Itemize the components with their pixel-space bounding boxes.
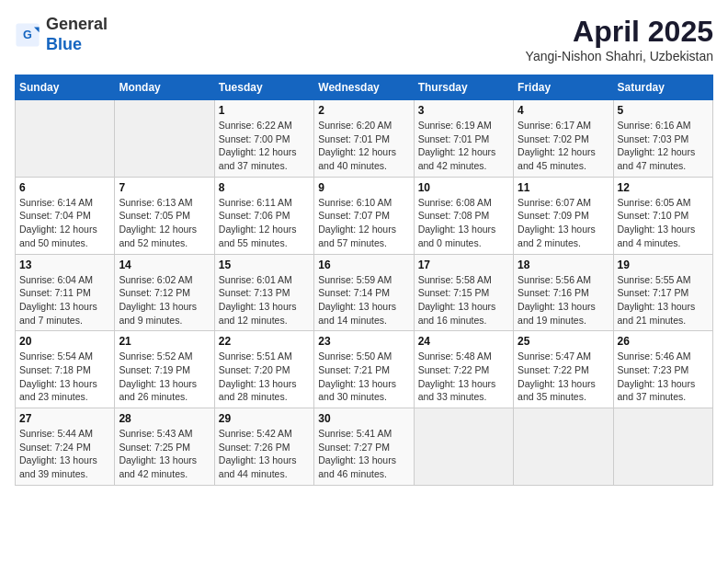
calendar-cell: 22Sunrise: 5:51 AMSunset: 7:20 PMDayligh… [214,331,313,408]
calendar-week-row: 20Sunrise: 5:54 AMSunset: 7:18 PMDayligh… [16,331,713,408]
day-number: 27 [19,412,110,425]
day-info: Daylight: 12 hours and 40 minutes. [318,145,409,172]
location-text: Yangi-Nishon Shahri, Uzbekistan [526,49,713,63]
day-info: Sunrise: 5:43 AM [119,427,210,441]
day-info: Daylight: 12 hours and 50 minutes. [19,223,110,249]
day-info: Sunrise: 6:08 AM [418,196,509,210]
calendar-week-row: 6Sunrise: 6:14 AMSunset: 7:04 PMDaylight… [16,177,713,254]
day-number: 28 [119,412,210,425]
day-info: Sunset: 7:16 PM [518,286,609,300]
day-info: Sunset: 7:18 PM [19,363,110,377]
day-info: Sunrise: 5:52 AM [119,350,210,363]
logo-blue-text: Blue [46,35,82,53]
day-info: Sunset: 7:27 PM [318,441,409,454]
day-info: Sunrise: 5:41 AM [318,427,409,441]
day-info: Sunrise: 5:51 AM [219,350,310,363]
day-number: 22 [219,335,310,348]
day-number: 21 [119,335,210,348]
day-info: Daylight: 13 hours and 21 minutes. [618,300,709,327]
day-info: Sunset: 7:01 PM [418,132,509,146]
logo: G General Blue [15,15,108,54]
day-info: Daylight: 13 hours and 39 minutes. [19,454,110,480]
weekday-header: Friday [514,75,613,100]
calendar-cell: 10Sunrise: 6:08 AMSunset: 7:08 PMDayligh… [414,177,513,254]
day-info: Sunrise: 5:50 AM [318,350,409,363]
day-info: Sunset: 7:03 PM [618,132,709,146]
calendar-cell [613,408,712,486]
day-info: Sunrise: 6:01 AM [219,273,310,287]
day-info: Sunset: 7:02 PM [518,132,609,146]
calendar-cell: 19Sunrise: 5:55 AMSunset: 7:17 PMDayligh… [613,254,712,331]
day-number: 26 [618,335,709,348]
day-number: 4 [518,104,609,117]
day-number: 23 [318,335,409,348]
day-info: Sunset: 7:26 PM [219,441,310,454]
day-info: Daylight: 13 hours and 9 minutes. [119,300,210,327]
day-info: Daylight: 12 hours and 57 minutes. [318,223,409,249]
calendar-cell: 20Sunrise: 5:54 AMSunset: 7:18 PMDayligh… [16,331,115,408]
calendar-week-row: 1Sunrise: 6:22 AMSunset: 7:00 PMDaylight… [16,100,713,178]
logo-icon: G [15,22,40,48]
day-number: 15 [219,259,310,271]
day-number: 3 [418,104,509,117]
weekday-header-row: SundayMondayTuesdayWednesdayThursdayFrid… [16,75,713,100]
day-number: 8 [219,181,310,194]
day-info: Sunset: 7:22 PM [418,363,509,377]
day-info: Sunrise: 6:05 AM [618,196,709,210]
day-number: 13 [19,259,110,271]
day-info: Daylight: 13 hours and 46 minutes. [318,454,409,480]
day-info: Daylight: 13 hours and 35 minutes. [518,377,609,404]
calendar-week-row: 13Sunrise: 6:04 AMSunset: 7:11 PMDayligh… [16,254,713,331]
calendar-cell: 21Sunrise: 5:52 AMSunset: 7:19 PMDayligh… [115,331,214,408]
day-number: 14 [119,259,210,271]
day-info: Sunrise: 6:14 AM [19,196,110,210]
page-header: G General Blue April 2025 Yangi-Nishon S… [15,15,713,63]
calendar-cell: 7Sunrise: 6:13 AMSunset: 7:05 PMDaylight… [115,177,214,254]
weekday-header: Sunday [16,75,115,100]
calendar-cell: 30Sunrise: 5:41 AMSunset: 7:27 PMDayligh… [314,408,414,486]
day-info: Sunset: 7:01 PM [318,132,409,146]
day-info: Sunset: 7:05 PM [119,209,210,223]
calendar-cell [414,408,513,486]
day-info: Sunset: 7:08 PM [418,209,509,223]
calendar-cell: 28Sunrise: 5:43 AMSunset: 7:25 PMDayligh… [115,408,214,486]
calendar-cell [16,100,115,178]
day-info: Daylight: 13 hours and 14 minutes. [318,300,409,327]
day-info: Sunset: 7:06 PM [219,209,310,223]
day-info: Sunrise: 6:04 AM [19,273,110,287]
day-info: Daylight: 13 hours and 2 minutes. [518,223,609,249]
svg-text:G: G [23,29,32,41]
day-info: Sunrise: 5:58 AM [418,273,509,287]
title-block: April 2025 Yangi-Nishon Shahri, Uzbekist… [526,15,713,63]
calendar-cell: 12Sunrise: 6:05 AMSunset: 7:10 PMDayligh… [613,177,712,254]
day-info: Daylight: 13 hours and 7 minutes. [19,300,110,327]
day-info: Sunset: 7:00 PM [219,132,310,146]
calendar-cell: 16Sunrise: 5:59 AMSunset: 7:14 PMDayligh… [314,254,414,331]
day-info: Sunrise: 5:54 AM [19,350,110,363]
day-number: 1 [219,104,310,117]
day-info: Daylight: 13 hours and 44 minutes. [219,454,310,480]
day-number: 30 [318,412,409,425]
calendar-cell: 25Sunrise: 5:47 AMSunset: 7:22 PMDayligh… [514,331,613,408]
day-info: Daylight: 13 hours and 33 minutes. [418,377,509,404]
calendar-cell: 26Sunrise: 5:46 AMSunset: 7:23 PMDayligh… [613,331,712,408]
day-info: Daylight: 13 hours and 28 minutes. [219,377,310,404]
day-number: 16 [318,259,409,271]
day-number: 6 [19,181,110,194]
calendar-cell [514,408,613,486]
day-info: Sunrise: 6:19 AM [418,119,509,132]
weekday-header: Monday [115,75,214,100]
calendar-cell: 29Sunrise: 5:42 AMSunset: 7:26 PMDayligh… [214,408,313,486]
day-info: Sunrise: 6:22 AM [219,119,310,132]
day-info: Sunrise: 5:47 AM [518,350,609,363]
day-info: Sunrise: 5:46 AM [618,350,709,363]
day-info: Sunset: 7:22 PM [518,363,609,377]
day-info: Sunset: 7:04 PM [19,209,110,223]
weekday-header: Wednesday [314,75,414,100]
day-number: 18 [518,259,609,271]
calendar-cell: 14Sunrise: 6:02 AMSunset: 7:12 PMDayligh… [115,254,214,331]
day-info: Daylight: 13 hours and 37 minutes. [618,377,709,404]
day-info: Sunset: 7:15 PM [418,286,509,300]
day-number: 25 [518,335,609,348]
calendar-cell: 17Sunrise: 5:58 AMSunset: 7:15 PMDayligh… [414,254,513,331]
